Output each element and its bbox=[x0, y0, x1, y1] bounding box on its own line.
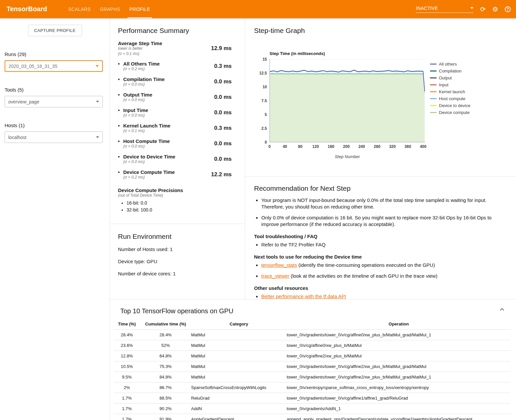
capture-profile-button[interactable]: CAPTURE PROFILE bbox=[28, 25, 82, 36]
hosts-value: localhost bbox=[8, 135, 26, 140]
link-item: trace_viewer (look at the activities on … bbox=[261, 273, 501, 279]
x-tick-label: 360 bbox=[405, 144, 411, 149]
faq-item: Refer to the TF2 Profiler FAQ bbox=[261, 241, 501, 248]
chart-title: Step Time (in milliseconds) bbox=[270, 51, 516, 56]
metric-sigma: (σ = 0.2 ms) bbox=[123, 175, 175, 180]
x-tick-label: 40 bbox=[283, 144, 287, 149]
column-header: Category bbox=[191, 320, 287, 330]
hosts-dropdown[interactable]: localhost bbox=[5, 131, 103, 143]
table-row: 2% 86.7% SparseSoftmaxCrossEntropyWithLo… bbox=[114, 382, 511, 393]
bullet: • bbox=[118, 76, 123, 82]
metric-value: 12.9 ms bbox=[211, 45, 232, 52]
resource-link[interactable]: tensorflow_stats bbox=[261, 262, 297, 268]
cell-cumulative: 88.5% bbox=[140, 393, 191, 404]
x-axis-title: Step Number bbox=[270, 154, 425, 159]
link-item: Better performance with the tf.data API bbox=[261, 293, 501, 299]
y-axis-labels: 02.557.51012.515 bbox=[258, 59, 270, 142]
chevron-down-icon bbox=[96, 136, 99, 138]
legend-item: Input bbox=[430, 81, 470, 88]
environment-line: Number of Hosts used: 1 bbox=[118, 246, 245, 252]
legend-swatch bbox=[430, 91, 437, 92]
legend-label: Compilation bbox=[439, 69, 462, 73]
tab-graphs[interactable]: GRAPHS bbox=[95, 0, 125, 18]
next-tools-list: tensorflow_stats (identify the time-cons… bbox=[254, 262, 501, 279]
refresh-icon[interactable]: ⟳ bbox=[480, 6, 486, 13]
y-tick-label: 0 bbox=[265, 140, 267, 145]
cell-category: MatMul bbox=[191, 351, 287, 361]
metric-sigma: (σ = 0.1 ms) bbox=[118, 51, 162, 57]
x-tick-label: 320 bbox=[389, 144, 396, 149]
ops-table-body: 28.4% 28.4% MatMul tower_0/v/gradients/t… bbox=[114, 330, 511, 420]
help-icon[interactable]: ? bbox=[505, 6, 511, 12]
tab-scalars[interactable]: SCALARS bbox=[64, 0, 95, 18]
x-tick-label: 400 bbox=[420, 144, 426, 149]
metric-row: •Host Compute Time (σ = 0.0 ms) 0.0 ms bbox=[118, 136, 245, 151]
cell-category: MatMul bbox=[191, 340, 287, 351]
sidebar: CAPTURE PROFILE Runs (29) 2020_03_05_18_… bbox=[0, 18, 110, 420]
x-tick-label: 240 bbox=[358, 144, 365, 149]
metric-label: •All Others Time bbox=[118, 61, 160, 67]
main-content: Performance Summary Average Step Time lo… bbox=[110, 18, 516, 420]
device-compute-precisions: Device Compute Precisions (out of Total … bbox=[118, 187, 245, 212]
metric-value: 0.0 ms bbox=[214, 94, 232, 100]
resource-link[interactable]: trace_viewer bbox=[261, 273, 289, 279]
bullet: • bbox=[118, 154, 123, 159]
environment-line: Device type: GPU bbox=[118, 259, 245, 264]
legend-item: Kernel launch bbox=[430, 88, 470, 95]
cell-category: ApplyGradientDescent bbox=[191, 414, 287, 420]
metric-row: •Device Compute Time (σ = 0.2 ms) 12.2 m… bbox=[118, 167, 245, 182]
cell-operation: append_apply_gradient_ops/GradientDescen… bbox=[287, 414, 511, 420]
legend-label: All others bbox=[439, 62, 457, 67]
metrics-list: •All Others Time (σ = 0.2 ms) 0.3 ms •Co… bbox=[118, 58, 245, 182]
collapse-section-button[interactable] bbox=[499, 307, 505, 313]
legend-item: All others bbox=[430, 61, 470, 68]
cell-time: 1.7% bbox=[114, 393, 140, 404]
legend-label: Output bbox=[439, 75, 452, 80]
cell-category: SparseSoftmaxCrossEntropyWithLogits bbox=[191, 382, 287, 393]
cell-operation: tower_0/v/xentropy/sparse_softmax_cross_… bbox=[287, 382, 511, 393]
metric-value: 0.0 ms bbox=[214, 78, 232, 85]
app-title: TensorBoard bbox=[0, 5, 47, 13]
status-dropdown[interactable]: INACTIVE bbox=[416, 6, 473, 13]
y-tick-label: 5 bbox=[265, 112, 267, 117]
bullet: • bbox=[118, 169, 123, 175]
table-row: 9.5% 84.8% MatMul tower_0/v/gradients/to… bbox=[114, 372, 511, 382]
tools-dropdown[interactable]: overview_page bbox=[5, 96, 103, 107]
runs-dropdown[interactable]: 2020_03_05_18_31_35 bbox=[5, 60, 103, 72]
metric-sigma: (σ = 0.0 ms) bbox=[123, 82, 165, 87]
top-ops-section: Top 10 TensorFlow operations on GPU Time… bbox=[110, 299, 516, 420]
bullet: • bbox=[118, 138, 123, 144]
x-tick-label: 80 bbox=[298, 144, 302, 149]
legend-label: Input bbox=[439, 82, 448, 87]
app-header: TensorBoard SCALARSGRAPHSPROFILE INACTIV… bbox=[0, 0, 516, 18]
cell-category: ReluGrad bbox=[191, 393, 287, 404]
chevron-up-icon bbox=[500, 308, 504, 312]
legend-item: Device to device bbox=[430, 102, 470, 109]
legend-swatch bbox=[430, 70, 437, 71]
legend-swatch bbox=[430, 64, 437, 65]
x-tick-label: 120 bbox=[312, 144, 319, 149]
recommendation-bullet: Only 0.0% of device computation is 16 bi… bbox=[261, 214, 501, 228]
legend-item: Output bbox=[430, 74, 470, 81]
runs-value: 2020_03_05_18_31_35 bbox=[9, 64, 57, 69]
legend-label: Kernel launch bbox=[439, 89, 465, 94]
metric-value: 0.0 ms bbox=[214, 140, 232, 147]
metric-note: lower is better bbox=[118, 46, 162, 51]
tab-profile[interactable]: PROFILE bbox=[125, 0, 155, 18]
chevron-down-icon bbox=[96, 101, 99, 102]
legend-swatch bbox=[430, 105, 437, 106]
x-axis-labels: 04080120160200240280320360400 bbox=[270, 144, 425, 150]
x-tick-label: 200 bbox=[343, 144, 350, 149]
run-environment-lines: Number of Hosts used: 1Device type: GPUN… bbox=[118, 246, 245, 276]
resource-link[interactable]: Better performance with the tf.data API bbox=[261, 294, 346, 299]
x-tick-label: 0 bbox=[269, 144, 271, 149]
faq-heading: Tool troubleshooting / FAQ bbox=[254, 234, 501, 239]
runs-label: Runs (29) bbox=[5, 51, 110, 57]
cell-operation: tower_0/v/gradients/AddN_1 bbox=[287, 404, 511, 414]
metric-sigma: (σ = 0.1 ms) bbox=[123, 128, 170, 133]
other-resources-list: Better performance with the tf.data API bbox=[254, 293, 501, 299]
metric-sigma: (σ = 0.0 ms) bbox=[123, 144, 170, 149]
settings-icon[interactable]: ⚙ bbox=[492, 6, 498, 13]
cell-operation: tower_0/v/cg/affine0/xw_plus_b/MatMul bbox=[287, 340, 511, 351]
cell-operation: tower_0/v/gradients/tower_0/v/cg/affine2… bbox=[287, 372, 511, 382]
